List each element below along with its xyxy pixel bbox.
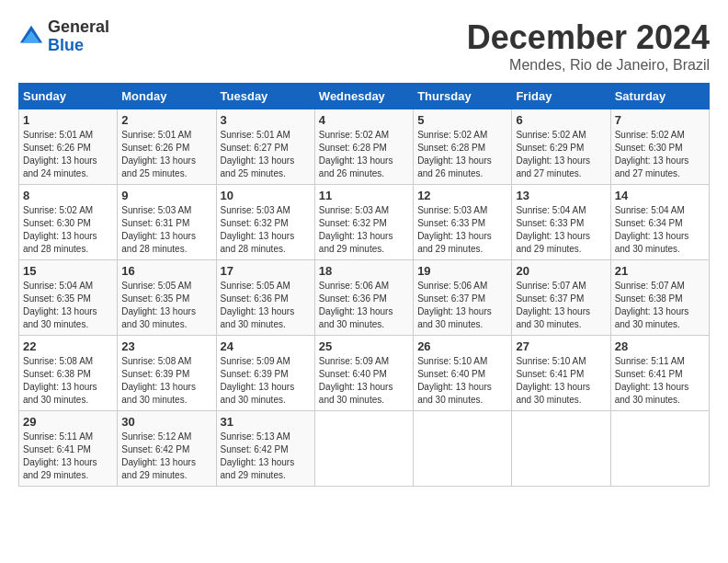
- cell-info: Sunrise: 5:13 AMSunset: 6:42 PMDaylight:…: [221, 431, 311, 482]
- cell-info: Sunrise: 5:01 AMSunset: 6:26 PMDaylight:…: [121, 129, 211, 180]
- calendar-week-row: 15Sunrise: 5:04 AMSunset: 6:35 PMDayligh…: [19, 260, 710, 336]
- day-header-thursday: Thursday: [414, 84, 512, 109]
- cell-day-number: 7: [615, 113, 705, 127]
- cell-day-number: 10: [221, 189, 311, 202]
- cell-day-number: 4: [319, 113, 409, 127]
- cell-day-number: 23: [121, 339, 211, 353]
- cell-info: Sunrise: 5:03 AMSunset: 6:32 PMDaylight:…: [319, 204, 409, 256]
- calendar-cell: 8Sunrise: 5:02 AMSunset: 6:30 PMDaylight…: [19, 185, 118, 260]
- cell-info: Sunrise: 5:07 AMSunset: 6:37 PMDaylight:…: [516, 280, 606, 331]
- cell-day-number: 18: [319, 264, 409, 278]
- subtitle: Mendes, Rio de Janeiro, Brazil: [467, 57, 710, 74]
- cell-day-number: 29: [23, 415, 113, 429]
- cell-info: Sunrise: 5:02 AMSunset: 6:29 PMDaylight:…: [516, 129, 606, 180]
- calendar-cell: 16Sunrise: 5:05 AMSunset: 6:35 PMDayligh…: [118, 260, 216, 336]
- cell-day-number: 13: [516, 189, 606, 202]
- calendar-cell: 17Sunrise: 5:05 AMSunset: 6:36 PMDayligh…: [216, 260, 314, 336]
- cell-info: Sunrise: 5:06 AMSunset: 6:36 PMDaylight:…: [319, 280, 409, 331]
- empty-cell: [414, 411, 512, 487]
- cell-info: Sunrise: 5:09 AMSunset: 6:40 PMDaylight:…: [319, 355, 409, 407]
- cell-info: Sunrise: 5:01 AMSunset: 6:27 PMDaylight:…: [221, 129, 311, 180]
- logo-blue-text: Blue: [48, 37, 109, 55]
- cell-info: Sunrise: 5:03 AMSunset: 6:32 PMDaylight:…: [221, 204, 311, 256]
- cell-day-number: 20: [516, 264, 606, 278]
- cell-info: Sunrise: 5:02 AMSunset: 6:30 PMDaylight:…: [615, 129, 705, 180]
- calendar-cell: 9Sunrise: 5:03 AMSunset: 6:31 PMDaylight…: [118, 185, 216, 260]
- cell-day-number: 12: [417, 189, 507, 202]
- calendar-cell: 13Sunrise: 5:04 AMSunset: 6:33 PMDayligh…: [512, 185, 610, 260]
- cell-day-number: 5: [417, 113, 507, 127]
- cell-info: Sunrise: 5:04 AMSunset: 6:34 PMDaylight:…: [615, 204, 705, 256]
- calendar-cell: 11Sunrise: 5:03 AMSunset: 6:32 PMDayligh…: [314, 185, 413, 260]
- calendar: SundayMondayTuesdayWednesdayThursdayFrid…: [18, 83, 710, 487]
- calendar-cell: 3Sunrise: 5:01 AMSunset: 6:27 PMDaylight…: [216, 109, 314, 185]
- logo-general-text: General: [48, 18, 109, 37]
- title-area: December 2024 Mendes, Rio de Janeiro, Br…: [467, 18, 710, 74]
- cell-info: Sunrise: 5:12 AMSunset: 6:42 PMDaylight:…: [121, 431, 211, 482]
- cell-info: Sunrise: 5:03 AMSunset: 6:31 PMDaylight:…: [121, 204, 211, 256]
- cell-day-number: 17: [221, 264, 311, 278]
- cell-day-number: 14: [615, 189, 705, 202]
- cell-info: Sunrise: 5:05 AMSunset: 6:36 PMDaylight:…: [221, 280, 311, 331]
- calendar-cell: 26Sunrise: 5:10 AMSunset: 6:40 PMDayligh…: [414, 336, 512, 411]
- calendar-cell: 25Sunrise: 5:09 AMSunset: 6:40 PMDayligh…: [314, 336, 413, 411]
- calendar-cell: 20Sunrise: 5:07 AMSunset: 6:37 PMDayligh…: [512, 260, 610, 336]
- calendar-cell: 24Sunrise: 5:09 AMSunset: 6:39 PMDayligh…: [216, 336, 314, 411]
- cell-info: Sunrise: 5:06 AMSunset: 6:37 PMDaylight:…: [417, 280, 507, 331]
- cell-day-number: 19: [417, 264, 507, 278]
- calendar-cell: 7Sunrise: 5:02 AMSunset: 6:30 PMDaylight…: [610, 109, 709, 185]
- calendar-cell: 27Sunrise: 5:10 AMSunset: 6:41 PMDayligh…: [512, 336, 610, 411]
- cell-day-number: 27: [516, 339, 606, 353]
- calendar-header-row: SundayMondayTuesdayWednesdayThursdayFrid…: [19, 84, 710, 109]
- day-header-saturday: Saturday: [610, 84, 709, 109]
- calendar-cell: 29Sunrise: 5:11 AMSunset: 6:41 PMDayligh…: [19, 411, 118, 487]
- calendar-cell: 4Sunrise: 5:02 AMSunset: 6:28 PMDaylight…: [314, 109, 413, 185]
- cell-day-number: 31: [221, 415, 311, 429]
- cell-info: Sunrise: 5:07 AMSunset: 6:38 PMDaylight:…: [615, 280, 705, 331]
- cell-day-number: 16: [121, 264, 211, 278]
- cell-info: Sunrise: 5:05 AMSunset: 6:35 PMDaylight:…: [121, 280, 211, 331]
- cell-info: Sunrise: 5:02 AMSunset: 6:28 PMDaylight:…: [417, 129, 507, 180]
- cell-day-number: 26: [417, 339, 507, 353]
- calendar-cell: 28Sunrise: 5:11 AMSunset: 6:41 PMDayligh…: [610, 336, 709, 411]
- header: General Blue December 2024 Mendes, Rio d…: [18, 18, 710, 74]
- cell-day-number: 15: [23, 264, 113, 278]
- logo-text: General Blue: [48, 18, 109, 55]
- calendar-cell: 19Sunrise: 5:06 AMSunset: 6:37 PMDayligh…: [414, 260, 512, 336]
- calendar-cell: 15Sunrise: 5:04 AMSunset: 6:35 PMDayligh…: [19, 260, 118, 336]
- calendar-cell: 18Sunrise: 5:06 AMSunset: 6:36 PMDayligh…: [314, 260, 413, 336]
- calendar-cell: 31Sunrise: 5:13 AMSunset: 6:42 PMDayligh…: [216, 411, 314, 487]
- logo-icon: [18, 24, 44, 50]
- cell-day-number: 6: [516, 113, 606, 127]
- cell-info: Sunrise: 5:04 AMSunset: 6:33 PMDaylight:…: [516, 204, 606, 256]
- calendar-cell: 12Sunrise: 5:03 AMSunset: 6:33 PMDayligh…: [414, 185, 512, 260]
- cell-info: Sunrise: 5:01 AMSunset: 6:26 PMDaylight:…: [23, 129, 113, 180]
- calendar-cell: 14Sunrise: 5:04 AMSunset: 6:34 PMDayligh…: [610, 185, 709, 260]
- cell-day-number: 9: [121, 189, 211, 202]
- cell-info: Sunrise: 5:08 AMSunset: 6:38 PMDaylight:…: [23, 355, 113, 407]
- calendar-week-row: 29Sunrise: 5:11 AMSunset: 6:41 PMDayligh…: [19, 411, 710, 487]
- calendar-cell: 5Sunrise: 5:02 AMSunset: 6:28 PMDaylight…: [414, 109, 512, 185]
- cell-info: Sunrise: 5:03 AMSunset: 6:33 PMDaylight:…: [417, 204, 507, 256]
- day-header-friday: Friday: [512, 84, 610, 109]
- cell-info: Sunrise: 5:11 AMSunset: 6:41 PMDaylight:…: [23, 431, 113, 482]
- calendar-week-row: 8Sunrise: 5:02 AMSunset: 6:30 PMDaylight…: [19, 185, 710, 260]
- cell-info: Sunrise: 5:02 AMSunset: 6:28 PMDaylight:…: [319, 129, 409, 180]
- cell-day-number: 28: [615, 339, 705, 353]
- cell-day-number: 1: [23, 113, 113, 127]
- cell-info: Sunrise: 5:08 AMSunset: 6:39 PMDaylight:…: [121, 355, 211, 407]
- cell-day-number: 2: [121, 113, 211, 127]
- day-header-tuesday: Tuesday: [216, 84, 314, 109]
- calendar-cell: 22Sunrise: 5:08 AMSunset: 6:38 PMDayligh…: [19, 336, 118, 411]
- calendar-week-row: 22Sunrise: 5:08 AMSunset: 6:38 PMDayligh…: [19, 336, 710, 411]
- cell-day-number: 3: [221, 113, 311, 127]
- calendar-cell: 2Sunrise: 5:01 AMSunset: 6:26 PMDaylight…: [118, 109, 216, 185]
- main-title: December 2024: [467, 18, 710, 57]
- calendar-cell: 21Sunrise: 5:07 AMSunset: 6:38 PMDayligh…: [610, 260, 709, 336]
- calendar-cell: 6Sunrise: 5:02 AMSunset: 6:29 PMDaylight…: [512, 109, 610, 185]
- cell-day-number: 11: [319, 189, 409, 202]
- cell-day-number: 25: [319, 339, 409, 353]
- cell-info: Sunrise: 5:02 AMSunset: 6:30 PMDaylight:…: [23, 204, 113, 256]
- empty-cell: [610, 411, 709, 487]
- logo: General Blue: [18, 18, 109, 55]
